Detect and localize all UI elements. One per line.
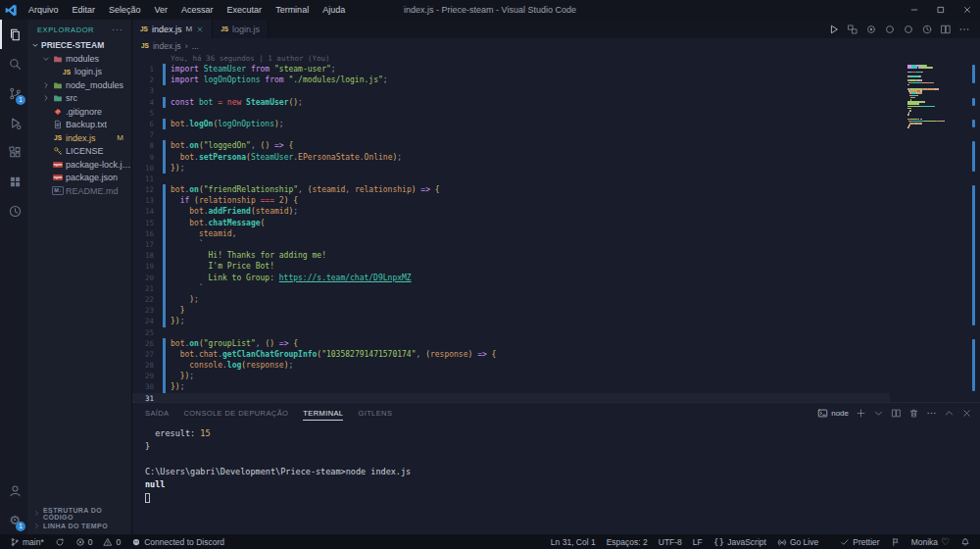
minimize-button[interactable] — [901, 0, 927, 20]
code-line-18: 18 Hi! Thanks for adding me! — [132, 250, 980, 261]
status-notifications[interactable] — [960, 537, 970, 547]
tree-item-index-js[interactable]: JSindex.jsM — [27, 131, 131, 145]
menu-ajuda[interactable]: Ajuda — [316, 5, 352, 15]
status-errors[interactable]: 0 — [75, 537, 93, 547]
file-icon — [53, 120, 63, 129]
code-line-19: 19 I'm Price Bot! — [132, 261, 980, 272]
activity-item-settings[interactable]: ⚙1 — [0, 505, 27, 534]
status-go-live[interactable]: Go Live — [777, 537, 818, 547]
code-text: import SteamUser from "steam-user"; — [160, 64, 336, 75]
status-branch[interactable]: main* — [10, 537, 44, 547]
editor-action-history-icon[interactable] — [921, 24, 933, 35]
git-change-bar — [163, 239, 166, 250]
status-label: Espaços: 2 — [607, 537, 648, 547]
activity-item-source-control[interactable]: 1 — [0, 78, 27, 108]
tab-login-js[interactable]: JSlogin.js — [213, 20, 269, 38]
status-sync[interactable] — [55, 537, 65, 547]
gitlens-annotation[interactable]: You, há 36 segundos | 1 author (You) — [132, 53, 980, 64]
menu-executar[interactable]: Executar — [220, 5, 270, 15]
status-discord-status[interactable]: Connected to Discord — [131, 537, 224, 547]
status-indentation[interactable]: Espaços: 2 — [607, 537, 648, 547]
tree-item-node-modules[interactable]: node_modules — [27, 78, 131, 92]
panel-action-chevron-down-icon[interactable] — [873, 408, 884, 419]
code-editor[interactable]: You, há 36 segundos | 1 author (You) 1im… — [132, 53, 980, 402]
line-number: 5 — [132, 108, 160, 119]
menu-selecao[interactable]: Seleção — [102, 5, 148, 15]
close-button[interactable] — [954, 0, 980, 20]
tree-item-modules[interactable]: modules — [27, 52, 131, 66]
line-number: 3 — [132, 85, 160, 96]
breadcrumb-more[interactable]: ... — [192, 41, 199, 51]
chevron-right-icon — [33, 510, 40, 517]
status-encoding[interactable]: UTF-8 — [659, 537, 682, 547]
code-line-7: 7 — [132, 129, 980, 140]
activity-item-run-debug[interactable] — [0, 108, 27, 137]
tree-item-package-lock-json[interactable]: npmpackage-lock.json — [27, 158, 131, 172]
editor-action-circle-icon[interactable] — [903, 24, 914, 35]
tree-item-gitignore[interactable]: .gitignore — [27, 105, 131, 119]
git-change-bar — [163, 140, 166, 151]
panel-tab-console-de-depuracao[interactable]: CONSOLE DE DEPURAÇÃO — [184, 406, 289, 421]
menu-ver[interactable]: Ver — [148, 5, 175, 15]
menu-terminal[interactable]: Terminal — [269, 5, 316, 15]
close-tab-icon[interactable] — [196, 25, 204, 33]
status-warnings[interactable]: 0 — [103, 537, 121, 547]
activity-item-explorer[interactable] — [0, 20, 27, 49]
terminal-line: } — [145, 440, 980, 453]
status-eol[interactable]: LF — [693, 537, 703, 547]
more-actions-icon[interactable]: ··· — [112, 25, 123, 34]
menu-editar[interactable]: Editar — [66, 5, 103, 15]
panel-action-plus-icon[interactable] — [856, 408, 866, 419]
panel-tab-saida[interactable]: SAÍDA — [145, 406, 170, 421]
line-number: 11 — [132, 174, 160, 184]
shell-selector[interactable]: node — [817, 408, 849, 419]
breadcrumb[interactable]: JS index.js › ... — [132, 38, 980, 53]
section-estrutura-do-codigo[interactable]: ESTRUTURA DO CÓDIGO — [27, 507, 131, 520]
tree-item-src[interactable]: src — [27, 92, 131, 106]
minimap[interactable] — [907, 65, 964, 131]
panel-action-split-icon[interactable] — [891, 408, 902, 419]
status-language[interactable]: {}JavaScript — [713, 537, 766, 547]
status-misc-flag[interactable] — [891, 537, 901, 547]
activity-item-extensions[interactable] — [0, 137, 27, 167]
editor-action-split-icon[interactable] — [940, 24, 952, 35]
activity-item-extension-clock[interactable] — [0, 196, 27, 225]
editor-action-circle-icon[interactable] — [884, 24, 896, 35]
activity-item-extension-grid[interactable] — [0, 167, 27, 196]
error-icon — [75, 537, 85, 547]
terminal-line: eresult: 15 — [145, 427, 980, 440]
section-linha-do-tempo[interactable]: LINHA DO TEMPO — [27, 520, 131, 532]
code-line-1: 1import SteamUser from "steam-user"; — [132, 64, 980, 75]
activity-item-search[interactable] — [0, 49, 27, 78]
editor-action-play-icon[interactable] — [828, 24, 840, 35]
status-cursor-position[interactable]: Ln 31, Col 1 — [551, 537, 596, 547]
panel-action-more-icon[interactable] — [926, 408, 937, 419]
status-prettier[interactable]: Prettier — [840, 537, 879, 547]
tree-root-priece-steam[interactable]: PRIECE-STEAM — [27, 38, 131, 52]
git-change-bar — [163, 273, 166, 283]
panel-tab-terminal[interactable]: TERMINAL — [303, 406, 343, 421]
status-monika[interactable]: Monika♡ — [911, 536, 950, 547]
code-line-17: 17 ` — [132, 239, 980, 250]
editor-action-more-icon[interactable] — [958, 24, 970, 35]
activity-item-account[interactable] — [0, 475, 27, 505]
panel-action-trash-icon[interactable] — [908, 408, 919, 419]
menu-acessar[interactable]: Acessar — [174, 5, 220, 15]
editor-action-diff-icon[interactable] — [847, 24, 858, 35]
panel-tab-gitlens[interactable]: GITLENS — [358, 406, 392, 421]
panel-action-chevron-up-icon[interactable] — [944, 408, 955, 419]
menu-arquivo[interactable]: Arquivo — [22, 5, 66, 15]
maximize-button[interactable] — [927, 0, 954, 20]
tree-item-license[interactable]: LICENSE — [27, 145, 131, 159]
tree-item-backup-txt[interactable]: Backup.txt — [27, 119, 131, 132]
terminal[interactable]: eresult: 15}C:\Users\gabri\Development\P… — [132, 423, 980, 534]
change-mark — [972, 120, 976, 127]
editor-action-circle-dot-icon[interactable] — [865, 24, 877, 35]
tree-item-readme-md[interactable]: M↓README.md — [27, 184, 131, 198]
breadcrumb-file[interactable]: index.js — [153, 41, 181, 51]
panel-action-close-icon[interactable] — [961, 408, 972, 419]
window-controls — [901, 0, 980, 20]
tab-index-js[interactable]: JSindex.jsM — [132, 20, 213, 38]
tree-item-login-js[interactable]: JSlogin.js — [27, 66, 131, 79]
tree-item-package-json[interactable]: npmpackage.json — [27, 172, 131, 185]
